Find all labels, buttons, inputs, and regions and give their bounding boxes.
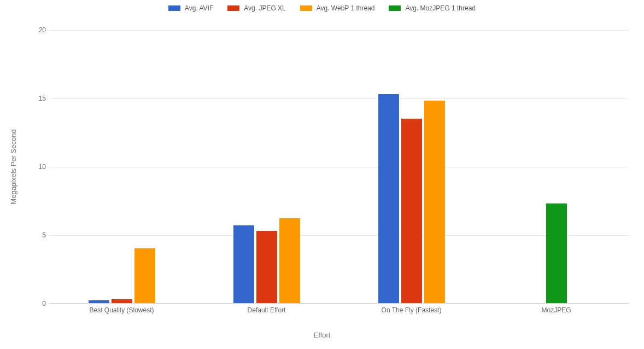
y-tick-5: 5 xyxy=(33,231,46,239)
swatch-webp xyxy=(300,5,312,11)
bar xyxy=(378,94,399,304)
x-label-1: Default Effort xyxy=(194,306,339,314)
swatch-jpegxl xyxy=(227,5,239,11)
bar xyxy=(279,218,300,303)
gridline-15 xyxy=(49,98,629,99)
bar xyxy=(424,101,445,303)
y-tick-10: 10 xyxy=(33,163,46,171)
x-axis-title: Effort xyxy=(0,331,644,339)
y-tick-0: 0 xyxy=(33,300,46,307)
legend-label-avif: Avg. AVIF xyxy=(185,4,213,12)
legend-item-mozjpeg: Avg. MozJPEG 1 thread xyxy=(389,4,476,12)
bar xyxy=(546,203,567,304)
legend-label-mozjpeg: Avg. MozJPEG 1 thread xyxy=(405,4,476,12)
legend-item-webp: Avg. WebP 1 thread xyxy=(300,4,375,12)
y-tick-20: 20 xyxy=(33,26,46,34)
y-tick-15: 15 xyxy=(33,95,46,102)
plot-area xyxy=(49,30,629,304)
gridline-10 xyxy=(49,167,629,167)
x-label-0: Best Quality (Slowest) xyxy=(49,306,194,314)
bar-group xyxy=(233,218,300,303)
x-label-2: On The Fly (Fastest) xyxy=(339,306,484,314)
legend-label-webp: Avg. WebP 1 thread xyxy=(317,4,375,12)
chart-container: Avg. AVIF Avg. JPEG XL Avg. WebP 1 threa… xyxy=(0,0,644,349)
bar xyxy=(401,119,422,304)
bar xyxy=(256,231,277,304)
gridline-20 xyxy=(49,30,629,31)
swatch-mozjpeg xyxy=(389,5,401,11)
x-label-3: MozJPEG xyxy=(484,306,629,314)
swatch-avif xyxy=(168,5,180,11)
bar-group xyxy=(546,203,567,304)
legend-label-jpegxl: Avg. JPEG XL xyxy=(244,4,285,12)
legend: Avg. AVIF Avg. JPEG XL Avg. WebP 1 threa… xyxy=(0,4,644,12)
bar xyxy=(233,225,254,304)
y-axis-title: Megapixels Per Second xyxy=(9,129,17,204)
bar xyxy=(89,300,109,303)
bar-group xyxy=(89,248,155,303)
legend-item-avif: Avg. AVIF xyxy=(168,4,213,12)
bar-group xyxy=(378,94,445,304)
bar xyxy=(134,248,155,303)
legend-item-jpegxl: Avg. JPEG XL xyxy=(227,4,285,12)
gridline-5 xyxy=(49,235,629,236)
bar xyxy=(112,299,132,304)
